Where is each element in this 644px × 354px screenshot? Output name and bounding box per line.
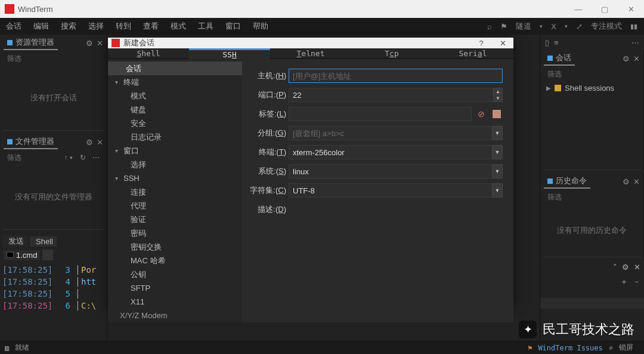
menu-edit[interactable]: 编辑 [27,21,55,32]
port-input[interactable] [289,88,494,102]
panel-close-icon[interactable]: ✕ [633,177,640,186]
shell-tab[interactable]: Shell [30,236,57,247]
resource-manager-tab[interactable]: 资源管理器 [4,36,58,50]
side-item-modem[interactable]: X/Y/Z Modem [108,309,242,322]
tag-input[interactable] [289,107,472,121]
panel-gear-icon[interactable]: ⚙ [86,138,93,147]
side-item-sftp[interactable]: SFTP [108,281,242,295]
clear-tag-icon[interactable]: ⊘ [475,108,487,120]
os-select[interactable] [289,164,493,178]
tunnel-button[interactable]: 隧道 [514,21,533,32]
menu-window[interactable]: 窗口 [219,21,247,32]
collapse-up-icon[interactable]: ˄ [613,263,617,272]
tag-color-swatch[interactable] [491,108,503,120]
minus-icon[interactable]: － [633,276,640,287]
more-icon[interactable]: ⋯ [92,153,100,162]
panel-close-icon[interactable]: ✕ [634,263,640,272]
resource-filter[interactable]: 筛选 [7,54,21,64]
tab-ssh[interactable]: SSH [189,48,270,59]
group-input[interactable] [289,126,493,140]
panel-gear-icon[interactable]: ⚙ [622,263,629,272]
new-cmd-tab-button[interactable] [42,250,53,260]
port-stepper[interactable]: ▲▼ [493,88,503,102]
split-icon[interactable]: ▯ [545,38,549,47]
search-icon[interactable]: ⌕ [485,22,494,31]
history-tab[interactable]: 历史命令 [544,174,590,189]
flag-icon[interactable]: ⚑ [499,22,509,31]
menu-overflow-icon[interactable]: ▮▮ [628,23,639,30]
host-input[interactable] [289,69,503,83]
status-ready: 就绪 [9,343,35,353]
sessions-tab[interactable]: 会话 [544,51,575,66]
panel-close-icon[interactable]: ✕ [633,54,640,63]
issue-icon[interactable]: ⚑ [528,344,532,352]
side-item-password[interactable]: 密码 [108,226,242,240]
side-item-pubkey[interactable]: 公钥 [108,267,242,281]
panel-gear-icon[interactable]: ⚙ [623,54,630,63]
side-item-proxy[interactable]: 代理 [108,199,242,213]
tab-telnet[interactable]: Telnet [270,48,351,59]
menu-view[interactable]: 查看 [137,21,165,32]
side-item-keyboard[interactable]: 键盘 [108,103,242,116]
close-button[interactable]: ✕ [618,0,644,18]
side-item-mode[interactable]: 模式 [108,89,242,103]
dialog-close-icon[interactable]: ✕ [492,39,513,48]
file-manager-tab[interactable]: 文件管理器 [4,135,58,149]
x-button[interactable]: X [549,22,558,31]
tab-tcp[interactable]: Tcp [351,48,432,59]
panel-close-icon[interactable]: ✕ [97,39,103,48]
filemgr-filter[interactable]: 筛选 [7,153,21,163]
refresh-icon[interactable]: ↻ [80,153,86,162]
charset-dropdown-icon[interactable]: ▼ [492,183,503,198]
terminal-select[interactable] [289,145,493,159]
panel-gear-icon[interactable]: ⚙ [86,39,93,48]
menu-goto[interactable]: 转到 [110,21,137,32]
menu-select[interactable]: 选择 [82,21,110,32]
charset-select[interactable] [289,183,493,198]
side-item-mac[interactable]: MAC 哈希 [108,254,242,267]
side-item-window[interactable]: ▾窗口 [108,144,242,158]
menu-tools[interactable]: 工具 [192,21,219,32]
focus-mode-button[interactable]: 专注模式 [589,21,624,32]
menu-session[interactable]: 会话 [0,21,27,32]
menu-mode[interactable]: 模式 [165,21,192,32]
tab-shell[interactable]: Shell [108,48,189,59]
sessions-filter[interactable]: 筛选 [547,69,562,79]
side-item-security[interactable]: 安全 [108,116,242,130]
panel-gear-icon[interactable]: ⚙ [623,177,630,186]
sessions-folder-row[interactable]: ▶ Shell sessions [540,81,643,95]
x-dropdown-icon[interactable]: ▾ [563,23,569,29]
send-tab[interactable]: 发送 [2,235,27,247]
group-dropdown-icon[interactable]: ▼ [492,126,503,140]
side-item-terminal[interactable]: ▾终端 [108,75,242,89]
side-item-select[interactable]: 选择 [108,158,242,171]
side-item-kex[interactable]: 密钥交换 [108,240,242,254]
status-issues[interactable]: WindTerm Issues [532,344,608,352]
side-item-auth[interactable]: 验证 [108,213,242,226]
cmd-file-tab[interactable]: 1.cmd [4,250,40,260]
dots-icon[interactable]: ⋯ [631,38,639,47]
os-dropdown-icon[interactable]: ▼ [492,164,503,178]
up-icon[interactable]: ↑ [64,153,67,162]
minimize-button[interactable]: — [565,0,592,18]
side-item-session[interactable]: 会话 [108,61,242,75]
side-item-ssh[interactable]: ▾SSH [108,171,242,185]
side-item-connect[interactable]: 连接 [108,185,242,199]
lock-icon[interactable]: ⌕ [609,344,613,352]
maximize-button[interactable]: ▢ [592,0,618,18]
tab-serial[interactable]: Serial [432,48,513,59]
side-item-logging[interactable]: 日志记录 [108,130,242,144]
side-item-x11[interactable]: X11 [108,295,242,309]
menu-help[interactable]: 帮助 [247,21,274,32]
status-lock[interactable]: 锁屏 [613,343,639,353]
history-filter[interactable]: 筛选 [547,192,562,202]
quickview-icon[interactable]: ▥ [5,344,9,352]
equals-icon[interactable]: ≡ [554,38,559,47]
tunnel-dropdown-icon[interactable]: ▾ [538,23,544,29]
focus-icon[interactable]: ⤢ [574,22,584,31]
menu-search[interactable]: 搜索 [55,21,82,32]
add-icon[interactable]: ＋ [620,276,628,287]
terminal-dropdown-icon[interactable]: ▼ [492,145,503,159]
panel-close-icon[interactable]: ✕ [97,138,103,147]
dialog-help-icon[interactable]: ? [470,39,492,48]
